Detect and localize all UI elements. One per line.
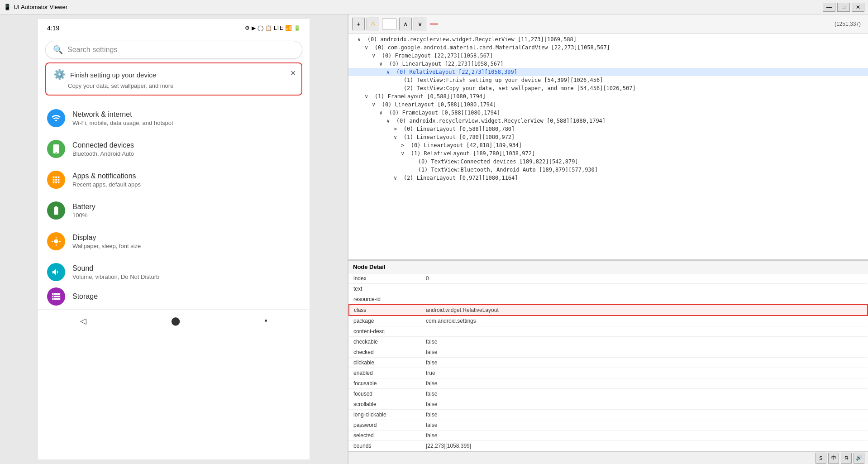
apps-name: Apps & notifications — [72, 172, 300, 180]
tree-item[interactable]: (1) TextView:Finish setting up your devi… — [348, 76, 868, 84]
storage-icon — [47, 287, 65, 306]
minus-button[interactable]: — — [428, 19, 440, 29]
tree-item[interactable]: ∨ (2) LinearLayout [0,972][1080,1164] — [348, 174, 868, 182]
connected-text: Connected devices Bluetooth, Android Aut… — [72, 141, 300, 157]
close-button[interactable]: ✕ — [852, 3, 864, 12]
status-bar: 4:19 ⚙ ▶ ◯ 📋 LTE 📶 🔋 — [38, 19, 310, 37]
tree-item[interactable]: ∨ (0) androidx.recyclerview.widget.Recyc… — [348, 117, 868, 125]
app-title: UI Automator Viewer — [14, 4, 67, 10]
tree-item[interactable]: ∨ (0) LinearLayout [0,588][1080,1794] — [348, 100, 868, 109]
detail-row-package: package com.android.settings — [349, 316, 868, 326]
detail-row-checked: checked false — [349, 347, 868, 358]
search-bar[interactable]: 🔍 Search settings — [45, 41, 302, 59]
up-button[interactable]: ∧ — [399, 18, 412, 30]
tree-item[interactable]: > (0) LinearLayout [42,818][189,934] — [348, 141, 868, 149]
network-icon — [47, 109, 65, 127]
detail-key: long-clickable — [349, 410, 421, 420]
battery-name: Battery — [72, 203, 300, 211]
tree-panel[interactable]: ∨ (0) androidx.recyclerview.widget.Recyc… — [348, 33, 868, 260]
minimize-button[interactable]: — — [823, 3, 835, 12]
network-text: Network & internet Wi-Fi, mobile, data u… — [72, 110, 300, 126]
tree-item[interactable]: (0) TextView:Connected devices [189,822]… — [348, 158, 868, 166]
detail-row-text: text — [349, 284, 868, 294]
network-desc: Wi-Fi, mobile, data usage, and hotspot — [72, 120, 300, 126]
display-text: Display Wallpaper, sleep, font size — [72, 234, 300, 249]
detail-value: true — [421, 368, 868, 378]
status-s-button[interactable]: S — [816, 453, 826, 464]
right-toolbar: + ⚠ ∧ ∨ — (1251,337) — [348, 14, 868, 33]
display-desc: Wallpaper, sleep, font size — [72, 243, 300, 249]
android-panel: 4:19 ⚙ ▶ ◯ 📋 LTE 📶 🔋 — [0, 14, 348, 464]
node-detail-panel: Node Detail index 0 text resource-id — [348, 260, 868, 451]
tree-item[interactable]: ∨ (0) LinearLayout [22,273][1058,567] — [348, 60, 868, 68]
sound-desc: Volume, vibration, Do Not Disturb — [72, 273, 300, 280]
settings-item-battery[interactable]: Battery 100% — [38, 195, 310, 226]
color-picker[interactable] — [382, 19, 396, 29]
detail-value: false — [421, 399, 868, 410]
detail-key: checked — [349, 347, 421, 358]
setup-card-close-button[interactable]: ✕ — [290, 69, 296, 77]
settings-item-apps[interactable]: Apps & notifications Recent apps, defaul… — [38, 164, 310, 195]
settings-item-connected[interactable]: Connected devices Bluetooth, Android Aut… — [38, 134, 310, 164]
detail-key: scrollable — [349, 399, 421, 410]
tree-item[interactable]: ∨ (0) FrameLayout [0,588][1080,1794] — [348, 109, 868, 117]
setup-card-header: ⚙️ Finish setting up your device — [53, 69, 294, 81]
status-sound-button[interactable]: 🔊 — [854, 453, 864, 464]
battery-status-icon: 🔋 — [294, 25, 300, 31]
settings-item-storage[interactable]: Storage — [38, 287, 310, 306]
detail-row-selected: selected false — [349, 431, 868, 441]
status-icons: ⚙ ▶ ◯ 📋 LTE 📶 🔋 — [245, 25, 300, 31]
tree-item[interactable]: ∨ (0) androidx.recyclerview.widget.Recyc… — [348, 35, 868, 43]
settings-item-display[interactable]: Display Wallpaper, sleep, font size — [38, 226, 310, 257]
status-transfer-button[interactable]: ⇅ — [841, 453, 852, 464]
search-placeholder: Search settings — [67, 46, 117, 54]
maximize-button[interactable]: □ — [837, 3, 850, 12]
detail-key: class — [349, 305, 421, 316]
detail-value: false — [421, 410, 868, 420]
tree-item[interactable]: ∨ (0) com.google.android.material.card.M… — [348, 43, 868, 52]
titlebar-controls[interactable]: — □ ✕ — [823, 3, 864, 12]
add-button[interactable]: + — [352, 18, 365, 30]
detail-row-scrollable: scrollable false — [349, 399, 868, 410]
tree-item[interactable]: > (0) LinearLayout [0,588][1080,780] — [348, 125, 868, 133]
setup-card[interactable]: ⚙️ Finish setting up your device Copy yo… — [45, 62, 302, 96]
detail-row-class: class android.widget.RelativeLayout — [349, 305, 868, 316]
detail-value — [421, 284, 868, 294]
sound-icon — [47, 263, 65, 281]
settings-item-sound[interactable]: Sound Volume, vibration, Do Not Disturb — [38, 257, 310, 287]
setup-card-title: Finish setting up your device — [70, 71, 156, 79]
detail-value: com.android.settings — [421, 316, 868, 326]
detail-value: false — [421, 347, 868, 358]
recents-button[interactable]: ▪ — [264, 316, 267, 325]
tree-item[interactable]: (2) TextView:Copy your data, set wallpap… — [348, 84, 868, 92]
detail-value: false — [421, 389, 868, 399]
detail-value: false — [421, 431, 868, 441]
tree-item[interactable]: ∨ (0) FrameLayout [22,273][1058,567] — [348, 52, 868, 60]
main-container: 4:19 ⚙ ▶ ◯ 📋 LTE 📶 🔋 — [0, 14, 868, 464]
tree-item[interactable]: (1) TextView:Bluetooth, Android Auto [18… — [348, 166, 868, 174]
clipboard-status-icon: 📋 — [265, 25, 272, 31]
bottom-statusbar: S 中 ⇅ 🔊 — [348, 451, 868, 464]
apps-icon — [47, 171, 65, 189]
status-chinese-button[interactable]: 中 — [828, 453, 839, 464]
detail-value — [421, 294, 868, 305]
gear-status-icon: ⚙ — [245, 25, 250, 31]
detail-value: false — [421, 378, 868, 389]
node-detail-title: Node Detail — [348, 261, 868, 273]
battery-desc: 100% — [72, 212, 300, 219]
detail-table: index 0 text resource-id class android.w… — [348, 273, 868, 451]
play-status-icon: ▶ — [252, 25, 256, 31]
tree-item[interactable]: ∨ (1) LinearLayout [0,780][1080,972] — [348, 133, 868, 141]
detail-row-index: index 0 — [349, 273, 868, 284]
coordinates-display: (1251,337) — [835, 21, 864, 27]
warning-button[interactable]: ⚠ — [367, 18, 379, 30]
settings-item-network[interactable]: Network & internet Wi-Fi, mobile, data u… — [38, 103, 310, 134]
down-button[interactable]: ∨ — [414, 18, 426, 30]
connected-icon — [47, 140, 65, 158]
tree-item[interactable]: ∨ (1) RelativeLayout [189,780][1038,972] — [348, 149, 868, 158]
home-button[interactable]: ⬤ — [171, 316, 180, 326]
tree-item[interactable]: ∨ (1) FrameLayout [0,588][1080,1794] — [348, 92, 868, 100]
tree-item-selected[interactable]: ∨ (0) RelativeLayout [22,273][1058,399] — [348, 68, 868, 76]
back-button[interactable]: ◁ — [80, 316, 86, 326]
sound-name: Sound — [72, 264, 300, 273]
